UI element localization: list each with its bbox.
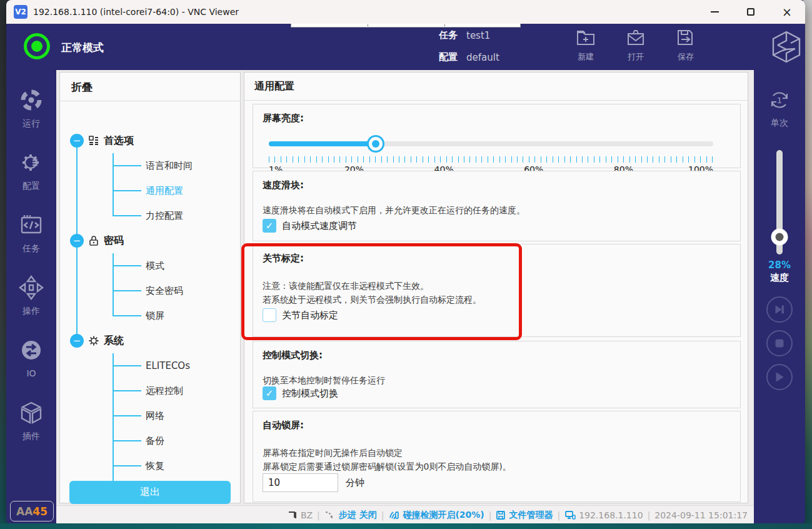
exit-button[interactable]: 退出 (69, 481, 231, 504)
new-task-button[interactable]: 新建 (566, 29, 606, 63)
tree-item-force-config[interactable]: 力控配置 (60, 203, 240, 228)
tree-item-mode[interactable]: 模式 (60, 253, 240, 278)
tree-item-safety-password[interactable]: 安全密码 (60, 278, 240, 303)
file-manager-label: 文件管理器 (509, 510, 553, 521)
save-task-button[interactable]: 保存 (666, 29, 706, 63)
file-manager-button[interactable]: 文件管理器 (496, 510, 553, 521)
collapse-minus-icon[interactable]: − (70, 334, 84, 348)
checkbox-label: 控制模式切换 (282, 388, 338, 400)
tree-node-preferences[interactable]: − 首选项 (60, 128, 240, 153)
control-mode-checkbox-row: 控制模式切换 (263, 386, 338, 400)
tree-collapse-title[interactable]: 折叠 (60, 73, 240, 94)
tree-node-system[interactable]: − 系统 (60, 328, 240, 353)
lock-timeout-input[interactable] (263, 473, 338, 492)
section-label: 屏幕亮度: (263, 113, 731, 124)
tree-item-label: 恢复 (146, 460, 164, 472)
section-description: 屏幕将在指定时间无操作后自动锁定 屏幕锁定后需要通过锁屏密码解锁(设置为0则不启… (263, 446, 731, 473)
sidebar-item-io[interactable]: IO (6, 338, 56, 378)
sidebar-item-config[interactable]: 配置 (6, 150, 56, 192)
elite-robot-logo-icon (770, 30, 803, 66)
tree-item-lock-screen[interactable]: 锁屏 (60, 303, 240, 328)
ip-address: 192.168.1.110 (579, 510, 643, 520)
tree-item-general-config[interactable]: 通用配置 (60, 178, 240, 203)
step-mode-status[interactable]: 步进 关闭 (324, 510, 377, 521)
datetime: 2024-09-11 15:01:17 (654, 510, 748, 520)
collision-icon (388, 510, 399, 521)
joint-auto-calibration-checkbox-row: 关节自动标定 (263, 308, 338, 322)
play-button[interactable] (766, 364, 793, 390)
section-control-mode: 控制模式切换: 切换至本地控制时暂停任务运行 控制模式切换 (253, 341, 741, 408)
tree-item-remote-control[interactable]: 远程控制 (60, 378, 240, 403)
task-field: 任务 test1 (439, 29, 490, 41)
tree-node-password[interactable]: − 密码 (60, 228, 240, 253)
separator: | (648, 510, 651, 520)
file-manager-icon (496, 510, 506, 520)
play-icon (775, 372, 784, 382)
maximize-button[interactable] (733, 0, 769, 24)
gear-icon (19, 150, 44, 178)
open-task-label: 打开 (628, 51, 644, 63)
speed-slider-track[interactable] (776, 150, 783, 254)
collision-detect-status[interactable]: 碰撞检测开启(20%) (388, 510, 484, 521)
collision-label: 碰撞检测开启(20%) (403, 510, 484, 521)
sidebar-item-run[interactable]: 运行 (6, 88, 56, 129)
tree-item-label: ELITECOs (146, 360, 190, 371)
tree-node-label: 密码 (104, 234, 124, 248)
section-screen-brightness: 屏幕亮度: 1% 20% 40% 60% 80% 100 (253, 104, 741, 168)
step-label: 步进 关闭 (339, 510, 377, 521)
org-chart-icon (88, 135, 99, 146)
minimize-button[interactable] (696, 0, 733, 24)
tree-item-language-time[interactable]: 语言和时间 (60, 153, 240, 178)
tree-item-label: 备份 (146, 435, 164, 447)
badge-prefix: AA (16, 505, 33, 518)
tree-item-restore[interactable]: 恢复 (60, 453, 240, 478)
brightness-slider (263, 135, 731, 153)
sidebar-item-plugin[interactable]: 插件 (6, 400, 56, 442)
lock-timeout-row: 分钟 (263, 473, 364, 492)
sidebar-item-label: IO (26, 368, 36, 378)
tree-item-backup[interactable]: 备份 (60, 428, 240, 453)
code-window-icon (19, 213, 44, 240)
single-run-button[interactable]: 1 单次 (754, 88, 805, 129)
description-line: 屏幕将在指定时间无操作后自动锁定 (263, 446, 731, 460)
brightness-ticks (269, 156, 713, 163)
vnc-toolbar-collapsed-tab[interactable] (291, 24, 521, 28)
task-label: 任务 (439, 29, 458, 41)
collapse-minus-icon[interactable]: − (70, 234, 84, 248)
tree-item-elitecos[interactable]: ELITECOs (60, 353, 240, 378)
bz-label: BZ (301, 510, 313, 520)
separator: | (489, 510, 492, 520)
monitor-icon (564, 510, 576, 520)
desktop: V2 192.168.1.110 (intel-corei7-64:0) - V… (0, 0, 812, 529)
joint-auto-calibration-checkbox[interactable] (263, 308, 276, 322)
section-description: 切换至本地控制时暂停任务运行 (263, 373, 731, 387)
divider (244, 100, 748, 101)
control-mode-checkbox[interactable] (263, 386, 276, 400)
sidebar-item-task[interactable]: 任务 (6, 213, 56, 254)
bz-status[interactable]: BZ (288, 510, 313, 520)
tree-item-network[interactable]: 网络 (60, 403, 240, 428)
speed-label: 速度 (754, 272, 805, 284)
close-button[interactable]: × (769, 0, 805, 24)
main-sidebar: 运行 配置 任务 操作 (6, 70, 56, 524)
lock-icon (88, 235, 99, 246)
speed-slider-handle[interactable] (771, 228, 788, 245)
section-speed-slider: 速度滑块: 速度滑块将在自动模式下启用，并允许更改正在运行的任务的速度。 自动模… (253, 171, 741, 241)
tree-node-label: 首选项 (104, 134, 134, 148)
open-task-button[interactable]: 打开 (616, 29, 656, 63)
stop-button[interactable] (766, 330, 793, 356)
sidebar-item-label: 运行 (23, 118, 40, 129)
section-label: 自动锁屏: (263, 420, 731, 431)
single-run-label: 单次 (771, 118, 788, 129)
robot-model-badge[interactable]: AA45 (10, 501, 54, 521)
step-next-button[interactable] (766, 296, 793, 323)
desktop-taskbar-edge (0, 523, 812, 529)
auto-speed-checkbox[interactable] (263, 219, 276, 233)
collapse-minus-icon[interactable]: − (70, 134, 84, 148)
slider-handle[interactable] (367, 135, 384, 153)
sidebar-item-operate[interactable]: 操作 (6, 275, 56, 317)
step-next-icon (774, 305, 785, 315)
network-address: 192.168.1.110 (564, 510, 643, 520)
slider-track[interactable] (269, 141, 713, 146)
sidebar-item-label: 配置 (23, 181, 40, 192)
